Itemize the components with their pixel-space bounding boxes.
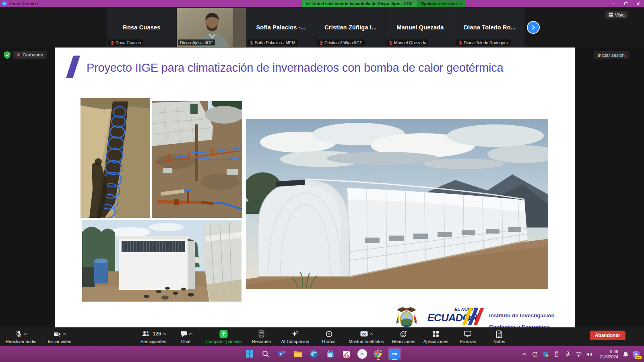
sync-icon	[532, 351, 538, 358]
clock-time: 9:39	[597, 349, 618, 354]
chat-options-chevron[interactable]	[189, 333, 192, 336]
tray-mic-button[interactable]	[564, 351, 571, 358]
mic-muted-icon	[458, 40, 462, 45]
participant-tile-diego-video[interactable]: Diego Jijón - IIGE	[177, 8, 246, 47]
participant-tile-rosa[interactable]: Rosa Cuases Rosa Cuases	[107, 8, 176, 47]
view-options-button[interactable]: Opciones de vista	[417, 0, 465, 7]
notifications-button[interactable]	[622, 351, 629, 358]
signin-label: Iniciar sesión	[598, 53, 625, 58]
teams-app-button[interactable]: T	[275, 348, 288, 360]
video-options-chevron[interactable]	[63, 333, 66, 336]
minimize-button[interactable]	[608, 0, 620, 7]
usb-device-button[interactable]	[553, 351, 560, 358]
zoom-taskbar-icon: zm	[389, 349, 400, 359]
participant-label: Sofía Palacios - MEM	[248, 39, 297, 46]
participants-count: 126	[153, 331, 161, 337]
copilot-pre-badge: PRE	[635, 356, 642, 359]
brand-top-text: EL NUEVO	[422, 307, 483, 312]
taskbar-search-button[interactable]	[259, 348, 272, 360]
file-explorer-button[interactable]	[291, 348, 304, 360]
ai-companion-button[interactable]: AI Companion	[281, 327, 309, 346]
participant-label-text: Diego Jijón - IIGE	[180, 40, 213, 45]
record-icon	[325, 330, 333, 338]
security-shield-icon	[543, 351, 549, 358]
security-shield-icon[interactable]	[3, 51, 11, 59]
slide-accent-slash	[66, 56, 80, 78]
wifi-button[interactable]	[575, 351, 582, 358]
microsoft-store-button[interactable]	[324, 348, 336, 360]
taskbar-clock[interactable]: 9:39 21/6/2024	[597, 349, 618, 359]
snipping-tool-icon	[342, 350, 351, 358]
edge-browser-button[interactable]	[308, 348, 320, 360]
reactions-button[interactable]: Reacciones	[392, 327, 415, 346]
audio-options-chevron[interactable]	[24, 333, 27, 336]
start-button[interactable]	[243, 348, 256, 360]
brand-main-text: ECUADOR	[422, 312, 483, 324]
start-video-button[interactable]: Iniciar video	[47, 327, 71, 346]
chrome-running-indicator	[377, 359, 380, 360]
speaker-icon	[586, 352, 592, 357]
presentation-slide: Proyecto IIGE para climatización de inve…	[55, 48, 575, 327]
participant-tile-manuel[interactable]: Manuel Quezada Manuel Quezada	[386, 8, 455, 47]
next-participants-button[interactable]	[528, 22, 539, 33]
copilot-button[interactable]: PRE	[633, 351, 640, 358]
slide-title: Proyecto IIGE para climatización de inve…	[87, 60, 529, 76]
unmute-button[interactable]: Reactivar audio	[6, 327, 36, 346]
windows-security-button[interactable]	[542, 351, 549, 358]
record-button[interactable]: Grabar	[317, 327, 341, 346]
zoom-app-button[interactable]: zm	[388, 348, 401, 360]
unmute-label: Reactivar audio	[6, 339, 36, 344]
window-title: Zoom Reunión	[9, 1, 38, 6]
share-screen-icon	[219, 330, 228, 338]
close-button[interactable]	[632, 0, 644, 7]
grid-view-icon	[609, 12, 613, 17]
whiteboards-label: Pizarras	[460, 339, 476, 344]
reactions-icon	[400, 330, 408, 338]
notes-icon	[496, 330, 503, 338]
leave-meeting-button[interactable]: Abandonar	[590, 331, 625, 340]
meeting-toolbar: Reactivar audio Iniciar video	[0, 327, 644, 346]
recording-indicator[interactable]: Grabando	[13, 51, 47, 59]
bell-icon	[623, 351, 629, 358]
captions-options-chevron[interactable]	[370, 333, 373, 336]
folder-icon	[293, 350, 303, 358]
summary-button[interactable]: Resumen	[250, 327, 273, 346]
chat-button[interactable]: Chat	[174, 327, 198, 346]
sync-status-button[interactable]	[531, 351, 539, 358]
view-mode-button[interactable]: Vista	[605, 11, 628, 19]
signin-button[interactable]: Iniciar sesión	[594, 51, 629, 59]
participants-options-chevron[interactable]	[163, 333, 166, 336]
tray-overflow-button[interactable]	[520, 351, 528, 358]
whiteboards-button[interactable]: Pizarras	[456, 327, 479, 346]
chrome-browser-button[interactable]	[372, 348, 385, 360]
participant-tile-diana[interactable]: Diana Toledo Ro... Diana Toledo Rodrigue…	[455, 8, 524, 47]
participant-label-text: Cristian Zúñiga IIGE	[324, 40, 363, 45]
zoom-app-logo: zm	[2, 1, 7, 6]
captions-button[interactable]: CC Mostrar subtítulos	[349, 327, 384, 346]
participant-label-text: Manuel Quezada	[394, 40, 426, 45]
shared-screen-stage: Grabando Iniciar sesión Proyecto IIGE pa…	[0, 48, 644, 327]
snipping-tool-button[interactable]	[340, 348, 353, 360]
chevron-down-icon	[459, 2, 462, 4]
window-titlebar: zm Zoom Reunión Usted está viendo la pan…	[0, 0, 644, 7]
notes-button[interactable]: Notas	[487, 327, 511, 346]
windows-start-icon	[245, 350, 254, 358]
participant-tile-sofia[interactable]: Sofía Palacios -... Sofía Palacios - MEM	[246, 8, 316, 47]
participant-label: Diego Jijón - IIGE	[178, 39, 215, 46]
maximize-button[interactable]	[620, 0, 632, 7]
speaker-icon	[306, 2, 310, 6]
app-o-button[interactable]: o-	[356, 348, 369, 360]
participant-tile-cristian[interactable]: Cristian Zúñiga I... Cristian Zúñiga IIG…	[316, 8, 385, 47]
apps-button[interactable]: Aplicaciones	[423, 327, 448, 346]
close-icon	[636, 2, 640, 6]
share-screen-button[interactable]: Compartir pantalla	[206, 327, 242, 346]
whiteboard-icon	[464, 330, 472, 337]
participants-icon	[141, 330, 150, 337]
participants-strip: Rosa Cuases Rosa Cuases Diego Jijón - I	[0, 7, 644, 48]
participant-label: Cristian Zúñiga IIGE	[317, 39, 365, 46]
participants-button[interactable]: 126 Participantes	[140, 327, 166, 346]
mic-muted-icon	[15, 330, 23, 338]
volume-button[interactable]	[586, 351, 593, 358]
view-mode-label: Vista	[615, 12, 625, 17]
microphone-icon	[565, 351, 570, 358]
